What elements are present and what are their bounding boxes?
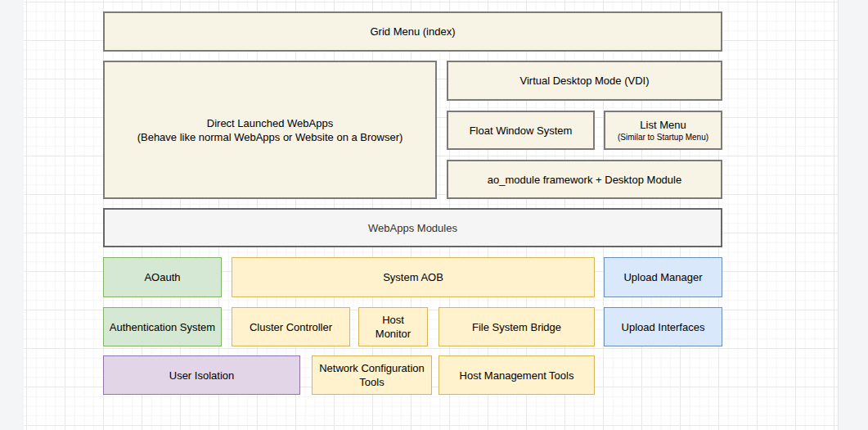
box-label: Host Management Tools	[460, 369, 574, 382]
box-authentication-system[interactable]: Authentication System	[103, 307, 222, 346]
box-label: Virtual Desktop Mode (VDI)	[520, 74, 650, 88]
box-float-window-system[interactable]: Float Window System	[447, 111, 595, 150]
box-label: File System Bridge	[472, 320, 561, 334]
box-upload-interfaces[interactable]: Upload Interfaces	[604, 307, 722, 346]
box-ao-module-framework[interactable]: ao_module framework + Desktop Module	[447, 160, 722, 199]
box-label: ao_module framework + Desktop Module	[488, 173, 681, 187]
box-label: Upload Interfaces	[622, 320, 705, 334]
box-virtual-desktop-mode[interactable]: Virtual Desktop Mode (VDI)	[447, 61, 722, 101]
box-host-monitor[interactable]: Host Monitor	[358, 307, 428, 346]
box-label: Grid Menu (index)	[370, 25, 455, 38]
box-label: Direct Launched WebApps	[207, 116, 333, 130]
box-label: Float Window System	[470, 124, 573, 138]
box-label: Authentication System	[110, 320, 215, 334]
box-label: Host Monitor	[364, 313, 422, 341]
box-aoauth[interactable]: AOauth	[103, 257, 222, 297]
box-file-system-bridge[interactable]: File System Bridge	[438, 307, 595, 346]
offcanvas-right-strip	[838, 0, 868, 430]
diagram-stage: Grid Menu (index) Direct Launched WebApp…	[0, 0, 868, 430]
box-system-aob[interactable]: System AOB	[232, 257, 595, 297]
box-direct-launched-webapps[interactable]: Direct Launched WebApps (Behave like nor…	[103, 61, 437, 199]
box-grid-menu[interactable]: Grid Menu (index)	[103, 11, 722, 52]
box-label: Upload Manager	[623, 270, 702, 284]
box-host-management-tools[interactable]: Host Management Tools	[438, 355, 595, 395]
box-cluster-controller[interactable]: Cluster Controller	[232, 307, 350, 346]
box-label: Network Configuration Tools	[317, 361, 426, 389]
box-label: Cluster Controller	[250, 320, 332, 334]
box-label: User Isolation	[169, 369, 234, 382]
box-network-configuration-tools[interactable]: Network Configuration Tools	[312, 355, 432, 395]
offcanvas-left-strip	[0, 0, 25, 430]
box-label: WebApps Modules	[368, 221, 457, 235]
box-webapps-modules[interactable]: WebApps Modules	[103, 208, 722, 247]
box-label: List Menu	[640, 119, 686, 132]
box-user-isolation[interactable]: User Isolation	[103, 355, 300, 395]
box-sublabel: (Behave like normal WebApps or Website o…	[137, 130, 403, 144]
box-label: AOauth	[144, 270, 180, 284]
box-sublabel: (Similar to Startup Menu)	[618, 132, 708, 143]
box-label: System AOB	[383, 270, 443, 284]
box-upload-manager[interactable]: Upload Manager	[604, 257, 722, 297]
box-list-menu[interactable]: List Menu (Similar to Startup Menu)	[604, 111, 722, 150]
